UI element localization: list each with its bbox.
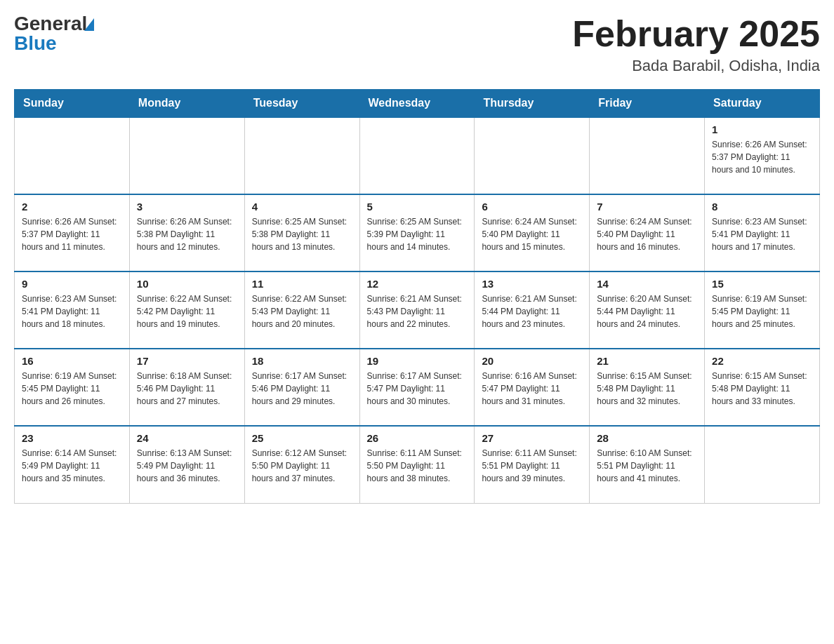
- day-cell: 4Sunrise: 6:25 AM Sunset: 5:38 PM Daylig…: [244, 194, 359, 271]
- day-number: 20: [482, 355, 582, 367]
- day-number: 8: [712, 201, 812, 213]
- weekday-header-wednesday: Wednesday: [359, 90, 475, 118]
- day-cell: 18Sunrise: 6:17 AM Sunset: 5:46 PM Dayli…: [244, 349, 359, 426]
- day-number: 4: [252, 201, 352, 213]
- day-cell: 17Sunrise: 6:18 AM Sunset: 5:46 PM Dayli…: [129, 349, 244, 426]
- day-info: Sunrise: 6:16 AM Sunset: 5:47 PM Dayligh…: [482, 370, 582, 408]
- day-info: Sunrise: 6:25 AM Sunset: 5:38 PM Dayligh…: [252, 215, 352, 253]
- logo-triangle-icon: [84, 18, 94, 31]
- day-cell: 1Sunrise: 6:26 AM Sunset: 5:37 PM Daylig…: [705, 117, 820, 194]
- day-cell: 11Sunrise: 6:22 AM Sunset: 5:43 PM Dayli…: [244, 271, 359, 349]
- day-cell: 7Sunrise: 6:24 AM Sunset: 5:40 PM Daylig…: [590, 194, 705, 271]
- day-cell: 2Sunrise: 6:26 AM Sunset: 5:37 PM Daylig…: [15, 194, 130, 271]
- day-info: Sunrise: 6:21 AM Sunset: 5:44 PM Dayligh…: [482, 293, 582, 330]
- calendar-table: SundayMondayTuesdayWednesdayThursdayFrid…: [14, 89, 820, 504]
- day-cell: [359, 117, 475, 194]
- day-info: Sunrise: 6:15 AM Sunset: 5:48 PM Dayligh…: [712, 370, 812, 408]
- day-info: Sunrise: 6:26 AM Sunset: 5:37 PM Dayligh…: [712, 138, 812, 176]
- day-info: Sunrise: 6:12 AM Sunset: 5:50 PM Dayligh…: [252, 447, 352, 485]
- day-info: Sunrise: 6:19 AM Sunset: 5:45 PM Dayligh…: [712, 293, 812, 330]
- day-info: Sunrise: 6:23 AM Sunset: 5:41 PM Dayligh…: [22, 293, 122, 330]
- day-cell: [475, 117, 590, 194]
- day-info: Sunrise: 6:20 AM Sunset: 5:44 PM Dayligh…: [597, 293, 697, 330]
- week-row-4: 16Sunrise: 6:19 AM Sunset: 5:45 PM Dayli…: [15, 349, 820, 426]
- day-info: Sunrise: 6:26 AM Sunset: 5:37 PM Dayligh…: [22, 215, 122, 253]
- day-info: Sunrise: 6:17 AM Sunset: 5:47 PM Dayligh…: [367, 370, 468, 408]
- day-number: 21: [597, 355, 697, 367]
- day-cell: 21Sunrise: 6:15 AM Sunset: 5:48 PM Dayli…: [590, 349, 705, 426]
- day-number: 9: [22, 278, 122, 290]
- day-info: Sunrise: 6:26 AM Sunset: 5:38 PM Dayligh…: [137, 215, 237, 253]
- week-row-3: 9Sunrise: 6:23 AM Sunset: 5:41 PM Daylig…: [15, 271, 820, 349]
- weekday-header-sunday: Sunday: [15, 90, 130, 118]
- day-info: Sunrise: 6:15 AM Sunset: 5:48 PM Dayligh…: [597, 370, 697, 408]
- day-number: 19: [367, 355, 468, 367]
- weekday-header-friday: Friday: [590, 90, 705, 118]
- day-cell: 3Sunrise: 6:26 AM Sunset: 5:38 PM Daylig…: [129, 194, 244, 271]
- day-cell: [129, 117, 244, 194]
- day-cell: 26Sunrise: 6:11 AM Sunset: 5:50 PM Dayli…: [359, 426, 475, 503]
- day-cell: 9Sunrise: 6:23 AM Sunset: 5:41 PM Daylig…: [15, 271, 130, 349]
- day-number: 6: [482, 201, 582, 213]
- day-cell: 25Sunrise: 6:12 AM Sunset: 5:50 PM Dayli…: [244, 426, 359, 503]
- weekday-header-row: SundayMondayTuesdayWednesdayThursdayFrid…: [15, 90, 820, 118]
- day-info: Sunrise: 6:24 AM Sunset: 5:40 PM Dayligh…: [597, 215, 697, 253]
- day-cell: 24Sunrise: 6:13 AM Sunset: 5:49 PM Dayli…: [129, 426, 244, 503]
- day-number: 28: [597, 432, 697, 444]
- day-cell: 5Sunrise: 6:25 AM Sunset: 5:39 PM Daylig…: [359, 194, 475, 271]
- day-cell: 6Sunrise: 6:24 AM Sunset: 5:40 PM Daylig…: [475, 194, 590, 271]
- day-cell: 27Sunrise: 6:11 AM Sunset: 5:51 PM Dayli…: [475, 426, 590, 503]
- day-cell: 20Sunrise: 6:16 AM Sunset: 5:47 PM Dayli…: [475, 349, 590, 426]
- day-number: 22: [712, 355, 812, 367]
- day-number: 12: [367, 278, 468, 290]
- day-cell: 19Sunrise: 6:17 AM Sunset: 5:47 PM Dayli…: [359, 349, 475, 426]
- week-row-5: 23Sunrise: 6:14 AM Sunset: 5:49 PM Dayli…: [15, 426, 820, 503]
- day-cell: 14Sunrise: 6:20 AM Sunset: 5:44 PM Dayli…: [590, 271, 705, 349]
- day-number: 15: [712, 278, 812, 290]
- day-info: Sunrise: 6:11 AM Sunset: 5:50 PM Dayligh…: [367, 447, 468, 485]
- weekday-header-thursday: Thursday: [475, 90, 590, 118]
- day-info: Sunrise: 6:22 AM Sunset: 5:42 PM Dayligh…: [137, 293, 237, 330]
- day-info: Sunrise: 6:13 AM Sunset: 5:49 PM Dayligh…: [137, 447, 237, 485]
- day-cell: 15Sunrise: 6:19 AM Sunset: 5:45 PM Dayli…: [705, 271, 820, 349]
- day-cell: [590, 117, 705, 194]
- day-number: 23: [22, 432, 122, 444]
- day-cell: 8Sunrise: 6:23 AM Sunset: 5:41 PM Daylig…: [705, 194, 820, 271]
- day-cell: [244, 117, 359, 194]
- day-number: 2: [22, 201, 122, 213]
- day-cell: 23Sunrise: 6:14 AM Sunset: 5:49 PM Dayli…: [15, 426, 130, 503]
- week-row-1: 1Sunrise: 6:26 AM Sunset: 5:37 PM Daylig…: [15, 117, 820, 194]
- day-number: 11: [252, 278, 352, 290]
- day-number: 26: [367, 432, 468, 444]
- day-info: Sunrise: 6:10 AM Sunset: 5:51 PM Dayligh…: [597, 447, 697, 485]
- day-info: Sunrise: 6:14 AM Sunset: 5:49 PM Dayligh…: [22, 447, 122, 485]
- day-cell: [15, 117, 130, 194]
- day-cell: 10Sunrise: 6:22 AM Sunset: 5:42 PM Dayli…: [129, 271, 244, 349]
- weekday-header-monday: Monday: [129, 90, 244, 118]
- day-info: Sunrise: 6:11 AM Sunset: 5:51 PM Dayligh…: [482, 447, 582, 485]
- day-cell: 12Sunrise: 6:21 AM Sunset: 5:43 PM Dayli…: [359, 271, 475, 349]
- week-row-2: 2Sunrise: 6:26 AM Sunset: 5:37 PM Daylig…: [15, 194, 820, 271]
- day-cell: 13Sunrise: 6:21 AM Sunset: 5:44 PM Dayli…: [475, 271, 590, 349]
- day-number: 17: [137, 355, 237, 367]
- day-number: 16: [22, 355, 122, 367]
- day-number: 5: [367, 201, 468, 213]
- day-number: 27: [482, 432, 582, 444]
- day-info: Sunrise: 6:17 AM Sunset: 5:46 PM Dayligh…: [252, 370, 352, 408]
- day-number: 24: [137, 432, 237, 444]
- day-info: Sunrise: 6:23 AM Sunset: 5:41 PM Dayligh…: [712, 215, 812, 253]
- day-info: Sunrise: 6:25 AM Sunset: 5:39 PM Dayligh…: [367, 215, 468, 253]
- weekday-header-tuesday: Tuesday: [244, 90, 359, 118]
- day-info: Sunrise: 6:24 AM Sunset: 5:40 PM Dayligh…: [482, 215, 582, 253]
- day-number: 3: [137, 201, 237, 213]
- day-cell: 22Sunrise: 6:15 AM Sunset: 5:48 PM Dayli…: [705, 349, 820, 426]
- month-title: February 2025: [572, 14, 820, 54]
- day-info: Sunrise: 6:19 AM Sunset: 5:45 PM Dayligh…: [22, 370, 122, 408]
- day-number: 18: [252, 355, 352, 367]
- day-number: 10: [137, 278, 237, 290]
- logo-text: General Blue: [14, 14, 94, 53]
- day-number: 13: [482, 278, 582, 290]
- day-info: Sunrise: 6:18 AM Sunset: 5:46 PM Dayligh…: [137, 370, 237, 408]
- location-subtitle: Bada Barabil, Odisha, India: [572, 57, 820, 75]
- day-info: Sunrise: 6:21 AM Sunset: 5:43 PM Dayligh…: [367, 293, 468, 330]
